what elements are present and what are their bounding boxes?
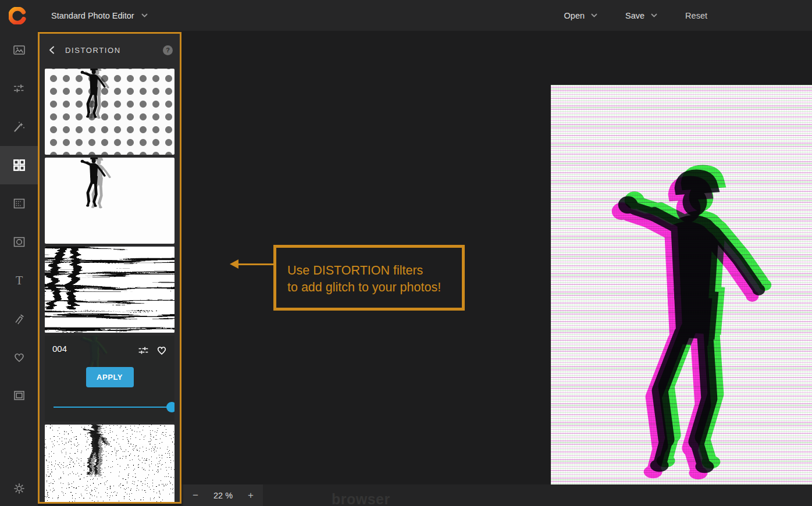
magic-wand-icon [12,120,26,134]
filter-thumb-noise-static[interactable] [45,425,174,504]
reset-button[interactable]: Reset [679,6,714,25]
chevron-left-icon [48,45,56,55]
save-label: Save [625,11,644,20]
sidebar-item-textures[interactable] [0,184,38,223]
topbar: Standard Photo Editor Open Save Reset [0,0,812,31]
dancer-silhouette [45,69,174,155]
slider-knob[interactable] [166,402,174,412]
thumb-action-icons [137,344,168,357]
photo-icon [12,43,26,57]
reset-label: Reset [685,11,707,20]
colorcinch-logo-icon [9,7,26,24]
faint-status-text: browser [332,491,390,506]
panel-header: DISTORTION ? [40,37,180,63]
help-icon[interactable]: ? [163,45,173,55]
glitch-dancer-image [551,85,812,494]
sidebar-item-overlays[interactable] [0,223,38,261]
colorcinch-logo[interactable] [9,7,26,24]
panel-title: DISTORTION [65,46,121,55]
tutorial-callout: Use DISTORTION filters to add glitch to … [273,245,465,311]
adjustments-icon [12,81,26,95]
slider-track [54,407,169,408]
back-button[interactable] [47,45,57,55]
editor-mode-label: Standard Photo Editor [51,11,134,20]
chevron-down-icon [651,13,657,18]
open-label: Open [564,11,585,20]
filter-thumb-halftone-dots[interactable] [45,69,174,155]
filter-thumb-wave-scanlines[interactable] [45,247,174,333]
sidebar-item-graphics[interactable] [0,338,38,376]
callout-text-line2: to add glitch to your photos! [287,279,462,296]
settings-gear-icon [13,482,26,495]
filter-id-label: 004 [52,344,67,354]
sidebar-item-photo[interactable] [0,31,38,69]
zoom-controls: − 22 % + [183,484,263,506]
editor-mode-menu[interactable]: Standard Photo Editor [51,11,148,20]
sidebar-item-text[interactable]: T [0,261,38,300]
frame-icon [12,389,26,402]
dancer-silhouette [45,425,174,504]
favorite-heart-icon[interactable] [155,344,168,357]
callout-text-line1: Use DISTORTION filters [287,262,462,279]
tool-sidebar: T [0,31,38,506]
chevron-down-icon [591,13,597,18]
app-window: Standard Photo Editor Open Save Reset [0,0,812,506]
sidebar-item-adjust[interactable] [0,69,38,108]
text-icon: T [12,273,26,287]
filters-grid-icon [12,158,27,173]
zoom-out-button[interactable]: − [193,490,198,500]
favorites-heart-icon [12,350,26,364]
dancer-silhouette [45,158,174,244]
vignette-icon [12,235,26,249]
texture-icon [12,197,26,211]
photo-artwork [551,85,812,494]
draw-icon [12,312,26,326]
sidebar-item-draw[interactable] [0,300,38,338]
sidebar-item-effects[interactable] [0,108,38,146]
filter-settings-icon[interactable] [137,344,149,357]
topbar-actions: Open Save Reset [558,6,714,25]
chevron-down-icon [141,13,148,18]
intensity-slider[interactable] [54,406,169,408]
open-button[interactable]: Open [558,6,604,25]
sidebar-item-frames[interactable] [0,376,38,415]
zoom-level-value: 22 % [213,491,233,500]
svg-text:T: T [15,274,22,287]
distortion-panel: DISTORTION ? [38,32,181,504]
apply-button[interactable]: APPLY [86,367,134,387]
filter-thumb-threshold[interactable] [45,158,174,244]
sidebar-item-settings[interactable] [0,471,38,506]
save-button[interactable]: Save [619,6,664,25]
dancer-silhouette [45,247,174,333]
zoom-in-button[interactable]: + [248,490,254,500]
filter-thumb-004-selected[interactable]: 004 APPLY [45,336,174,422]
sidebar-item-filters[interactable] [0,146,38,184]
bottom-statusbar: − 22 % + browser [181,484,812,506]
callout-arrow-icon [230,259,238,269]
callout-arrow-line [238,263,273,265]
